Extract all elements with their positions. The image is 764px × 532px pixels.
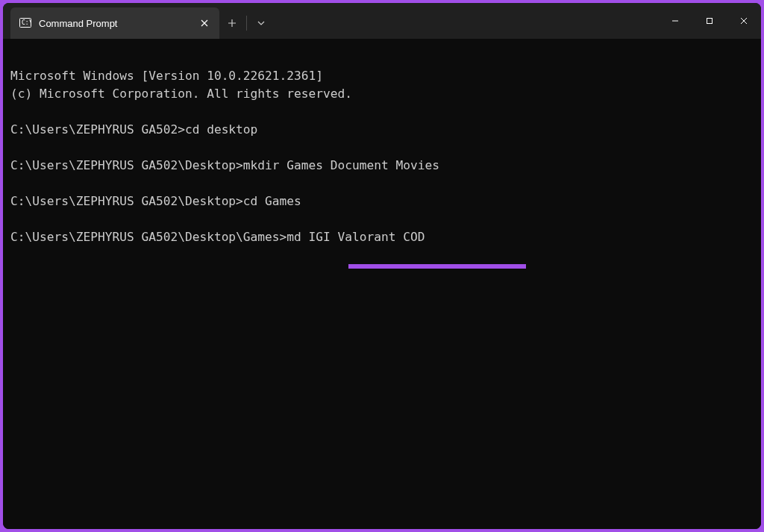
terminal-line: (c) Microsoft Corporation. All rights re…: [10, 87, 352, 101]
maximize-button[interactable]: [692, 3, 727, 39]
terminal-area[interactable]: Microsoft Windows [Version 10.0.22621.23…: [3, 39, 761, 529]
close-button[interactable]: [727, 3, 761, 39]
svg-rect-2: [707, 19, 713, 24]
window-controls: [658, 3, 761, 39]
titlebar-drag-area[interactable]: [274, 3, 658, 39]
tabbar-actions: [219, 7, 274, 39]
svg-text:C:\: C:\: [22, 19, 31, 26]
annotation-highlight: [348, 264, 526, 269]
terminal-line: C:\Users\ZEPHYRUS GA502\Desktop\Games>md…: [10, 230, 425, 244]
terminal-line: C:\Users\ZEPHYRUS GA502>cd desktop: [10, 122, 257, 137]
divider: [246, 16, 247, 31]
tab-close-button[interactable]: [197, 16, 212, 31]
terminal-line: C:\Users\ZEPHYRUS GA502\Desktop>mkdir Ga…: [10, 158, 439, 172]
minimize-button[interactable]: [658, 3, 692, 39]
tab-dropdown-button[interactable]: [248, 10, 274, 36]
tab-command-prompt[interactable]: C:\ Command Prompt: [10, 7, 219, 39]
tab-title: Command Prompt: [39, 18, 190, 29]
titlebar: C:\ Command Prompt: [3, 3, 761, 39]
new-tab-button[interactable]: [219, 10, 245, 36]
terminal-line: Microsoft Windows [Version 10.0.22621.23…: [10, 69, 323, 83]
terminal-window: C:\ Command Prompt: [3, 3, 761, 529]
cmd-icon: C:\: [19, 17, 31, 29]
terminal-line: C:\Users\ZEPHYRUS GA502\Desktop>cd Games: [10, 194, 301, 208]
